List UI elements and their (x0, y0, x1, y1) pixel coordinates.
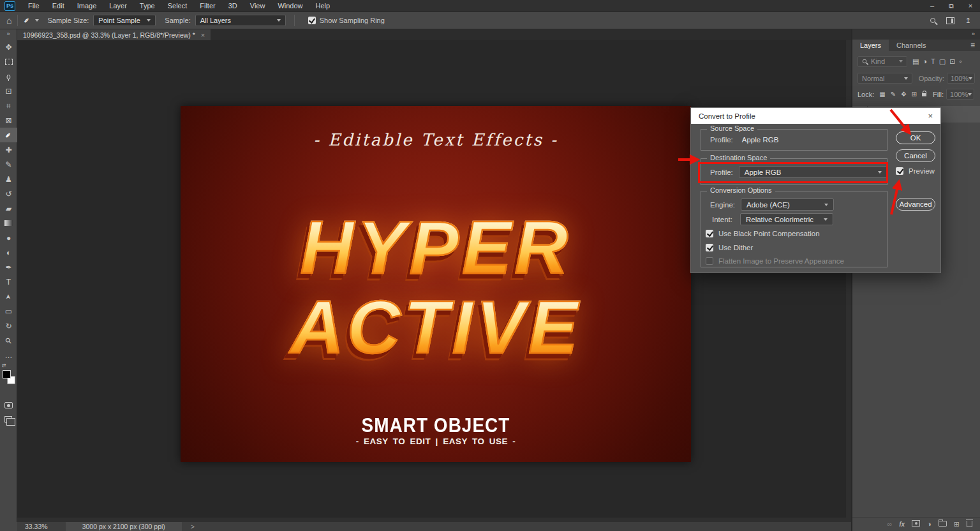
screen-mode-icon[interactable] (4, 416, 12, 423)
eyedropper-preset-icon[interactable]: ✒ (22, 15, 33, 26)
tab-channels[interactable]: Channels (889, 40, 933, 51)
frame-tool-icon: ⊠ (5, 117, 11, 124)
opacity-select[interactable]: 100% (947, 73, 975, 84)
dodge-tool[interactable]: ◐ (0, 245, 17, 260)
sample-select[interactable]: All Layers (195, 15, 286, 26)
engine-select[interactable]: Adobe (ACE) (741, 198, 834, 211)
horizontal-scrollbar[interactable] (17, 518, 851, 522)
brush-tool[interactable]: ✎ (0, 157, 17, 172)
menu-help[interactable]: Help (309, 0, 337, 12)
color-swatches[interactable]: ⇄ (0, 368, 17, 393)
menu-filter[interactable]: Filter (193, 0, 221, 12)
search-icon[interactable] (930, 18, 935, 23)
dialog-title-bar[interactable]: Convert to Profile × (691, 108, 940, 124)
layer-filter-kind-select[interactable]: Kind (858, 56, 907, 67)
zoom-tool[interactable]: ⚲ (0, 333, 17, 348)
filter-adjustment-layers-icon[interactable]: ◑ (923, 57, 927, 65)
type-tool[interactable]: T (0, 274, 17, 289)
menu-image[interactable]: Image (71, 0, 103, 12)
object-selection-tool[interactable]: ⊡ (0, 84, 17, 98)
menu-type[interactable]: Type (133, 0, 161, 12)
menu-window[interactable]: Window (271, 0, 309, 12)
new-layer-icon[interactable]: ⊞ (954, 520, 960, 528)
filter-shape-layers-icon[interactable]: ▢ (939, 57, 946, 65)
intent-select[interactable]: Relative Colorimetric (740, 213, 833, 225)
menu-layer[interactable]: Layer (103, 0, 133, 12)
crop-tool[interactable]: ⌗ (0, 98, 17, 113)
eraser-tool[interactable]: ▰ (0, 201, 17, 216)
filter-smart-object-icon[interactable]: ⊡ (949, 57, 955, 65)
restore-button[interactable]: ⧉ (942, 0, 961, 12)
filter-toggle-icon[interactable]: ◦ (959, 57, 961, 65)
rectangular-marquee-tool[interactable] (0, 54, 17, 69)
lock-all-icon (922, 93, 926, 96)
blend-mode-select[interactable]: Normal (858, 73, 912, 84)
close-button[interactable]: × (961, 0, 980, 12)
more-tools-icon: … (5, 352, 13, 359)
filter-type-layers-icon[interactable]: T (931, 57, 935, 65)
link-layers-icon[interactable]: ∞ (887, 520, 892, 528)
lock-transparency-icon[interactable]: ▦ (879, 91, 885, 98)
group-layers-icon[interactable] (939, 520, 947, 528)
tool-preset-chevron-icon[interactable] (35, 19, 39, 22)
toolbar-collapse-icon[interactable]: » (0, 29, 17, 40)
lock-all-icon[interactable] (922, 91, 926, 98)
pen-tool[interactable]: ✒ (0, 260, 17, 274)
preview-checkbox[interactable]: Preview (896, 167, 935, 175)
swap-colors-icon[interactable]: ⇄ (2, 363, 6, 368)
layer-mask-icon[interactable] (912, 520, 920, 528)
path-selection-tool[interactable]: ➤ (0, 289, 17, 304)
use-dither-checkbox[interactable]: Use Dither (706, 244, 753, 251)
lock-artboard-icon[interactable]: ⊞ (912, 91, 917, 98)
lock-image-icon[interactable]: ✎ (891, 91, 896, 98)
menu-view[interactable]: View (244, 0, 272, 12)
menu-file[interactable]: File (22, 0, 46, 12)
spot-healing-brush-tool[interactable]: ✚ (0, 142, 17, 157)
gradient-tool[interactable] (0, 216, 17, 230)
cancel-button[interactable]: Cancel (896, 149, 935, 162)
sample-size-select[interactable]: Point Sample (93, 15, 156, 26)
tab-close-icon[interactable]: × (201, 31, 205, 39)
menu-select[interactable]: Select (161, 0, 194, 12)
zoom-level[interactable]: 33.33% (25, 523, 48, 530)
advanced-button[interactable]: Advanced (896, 198, 935, 211)
brush-tool-icon: ✎ (5, 161, 11, 168)
lasso-tool[interactable]: ϙ (0, 69, 17, 84)
black-point-checkbox[interactable]: Use Black Point Compensation (706, 230, 820, 237)
home-icon[interactable]: ⌂ (6, 15, 11, 26)
minimize-button[interactable]: – (923, 0, 942, 12)
more-tools[interactable]: … (0, 348, 17, 363)
dialog-close-icon[interactable]: × (928, 111, 933, 121)
layer-effects-icon[interactable]: fx (899, 520, 905, 528)
panel-menu-icon[interactable]: ≡ (970, 41, 975, 50)
lock-position-icon[interactable]: ✥ (901, 91, 906, 98)
tab-layers[interactable]: Layers (852, 40, 889, 51)
quick-mask-icon[interactable] (4, 402, 13, 408)
show-sampling-ring-checkbox[interactable]: Show Sampling Ring (308, 17, 385, 24)
fill-select[interactable]: 100% (946, 89, 974, 100)
delete-layer-icon[interactable] (967, 520, 972, 528)
menu-3d[interactable]: 3D (222, 0, 244, 12)
foreground-color-swatch[interactable] (3, 370, 11, 378)
rectangle-tool[interactable]: ▭ (0, 304, 17, 318)
eyedropper-tool[interactable]: ✒ (0, 128, 17, 142)
destination-profile-select[interactable]: Apple RGB (739, 166, 887, 178)
layers-panel-footer: ∞fx◑⊞ (852, 517, 980, 530)
blur-tool[interactable]: ● (0, 230, 17, 245)
ok-button[interactable]: OK (896, 131, 935, 144)
filter-pixel-layers-icon[interactable]: ▤ (912, 57, 919, 65)
status-expand-icon[interactable]: > (191, 523, 195, 530)
history-brush-tool[interactable]: ↺ (0, 186, 17, 201)
document-tab[interactable]: 10966923_358.psd @ 33.3% (Layer 1, RGB/8… (17, 29, 211, 40)
frame-tool[interactable]: ⊠ (0, 113, 17, 128)
share-icon[interactable]: ↥ (965, 17, 971, 25)
adjustment-layer-icon[interactable]: ◑ (927, 520, 932, 528)
clone-stamp-tool[interactable]: ♟ (0, 172, 17, 186)
workspace-icon[interactable] (946, 17, 954, 24)
rotate-view-tool[interactable]: ↻ (0, 318, 17, 333)
document-canvas[interactable]: - Editable Text Effects - HYPER ACTIVE S… (181, 106, 691, 462)
layer-mask-icon (912, 520, 920, 527)
move-tool[interactable]: ✥ (0, 40, 17, 54)
menu-edit[interactable]: Edit (46, 0, 71, 12)
panel-collapse-icon[interactable]: » (852, 29, 980, 40)
